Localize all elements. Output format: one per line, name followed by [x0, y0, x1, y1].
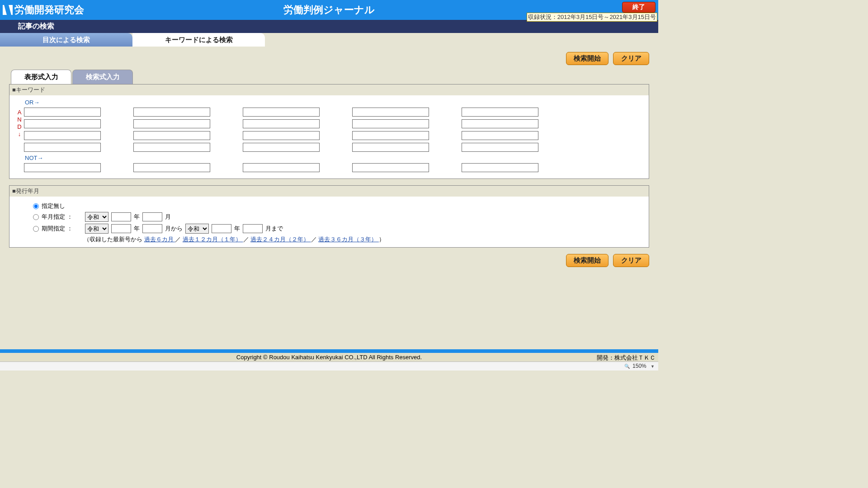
zoom-icon: 🔍: [624, 364, 630, 369]
year-input[interactable]: [111, 212, 131, 221]
and-label: A N D ↓: [15, 99, 24, 175]
radio-ym[interactable]: [33, 214, 39, 220]
opt-ym-label: 年月指定 ：: [42, 213, 82, 221]
subtab-expression-input[interactable]: 検索式入力: [72, 70, 133, 84]
browser-zoom-bar: 🔍 150% ▼: [0, 361, 658, 371]
keyword-input[interactable]: [243, 119, 320, 128]
link-past-12m[interactable]: 過去１２カ月（１年）: [183, 236, 243, 243]
keyword-input[interactable]: [462, 108, 538, 117]
keyword-input[interactable]: [24, 143, 101, 152]
keyword-input[interactable]: [133, 131, 210, 140]
keyword-input[interactable]: [243, 131, 320, 140]
keyword-input[interactable]: [243, 108, 320, 117]
not-input[interactable]: [243, 163, 320, 172]
keyword-input[interactable]: [462, 131, 538, 140]
subtab-table-input[interactable]: 表形式入力: [11, 70, 71, 84]
zoom-level[interactable]: 150%: [632, 363, 646, 369]
keyword-input[interactable]: [133, 108, 210, 117]
era-from-select[interactable]: 令和: [85, 224, 108, 234]
not-input[interactable]: [352, 163, 429, 172]
keyword-input[interactable]: [133, 143, 210, 152]
search-start-button[interactable]: 検索開始: [566, 52, 609, 65]
keyword-input[interactable]: [352, 143, 429, 152]
link-past-36m[interactable]: 過去３６カ月（３年）: [318, 236, 379, 243]
keyword-input[interactable]: [352, 131, 429, 140]
year-to-input[interactable]: [212, 224, 231, 233]
not-input[interactable]: [462, 163, 538, 172]
copyright: Copyright © Roudou Kaihatsu Kenkyukai CO…: [236, 354, 422, 361]
not-input[interactable]: [24, 163, 101, 172]
link-past-24m[interactable]: 過去２４カ月（２年）: [250, 236, 311, 243]
tab-toc-search[interactable]: 目次による検索: [0, 33, 132, 47]
chevron-down-icon[interactable]: ▼: [651, 364, 655, 369]
keyword-input[interactable]: [352, 119, 429, 128]
not-label: NOT→: [25, 155, 643, 161]
keyword-input[interactable]: [462, 119, 538, 128]
or-label: OR→: [25, 99, 643, 106]
opt-none-label: 指定無し: [42, 202, 65, 210]
keyword-input[interactable]: [352, 108, 429, 117]
radio-range[interactable]: [33, 226, 39, 232]
month-from-input[interactable]: [142, 224, 162, 233]
keyword-input[interactable]: [24, 131, 101, 140]
keyword-input[interactable]: [133, 119, 210, 128]
radio-no-spec[interactable]: [33, 203, 39, 209]
clear-button[interactable]: クリア: [613, 52, 649, 65]
opt-range-label: 期間指定 ：: [42, 225, 82, 233]
status-range: 収録状況：2012年3月15日号～2021年3月15日号: [527, 13, 657, 22]
month-input[interactable]: [142, 212, 162, 221]
link-past-6m[interactable]: 過去６カ月: [144, 236, 175, 243]
keyword-input[interactable]: [24, 119, 101, 128]
keyword-panel-title: ■キーワード: [9, 84, 649, 95]
not-input[interactable]: [133, 163, 210, 172]
page-subtitle: 記事の検索: [0, 20, 658, 33]
search-start-button-bottom[interactable]: 検索開始: [566, 254, 609, 267]
year-from-input[interactable]: [111, 224, 131, 233]
clear-button-bottom[interactable]: クリア: [613, 254, 649, 267]
era-select[interactable]: 令和: [85, 212, 108, 222]
exit-button[interactable]: 終了: [622, 2, 656, 13]
era-to-select[interactable]: 令和: [185, 224, 209, 234]
keyword-input[interactable]: [462, 143, 538, 152]
date-panel-title: ■発行年月: [9, 186, 649, 197]
developer: 開発：株式会社ＴＫＣ: [597, 354, 656, 362]
keyword-input[interactable]: [243, 143, 320, 152]
keyword-input[interactable]: [24, 108, 101, 117]
tab-keyword-search[interactable]: キーワードによる検索: [132, 33, 265, 47]
quick-range-links: （収録した最新号から 過去６カ月 ／ 過去１２カ月（１年） ／ 過去２４カ月（２…: [84, 235, 643, 244]
month-to-input[interactable]: [243, 224, 263, 233]
